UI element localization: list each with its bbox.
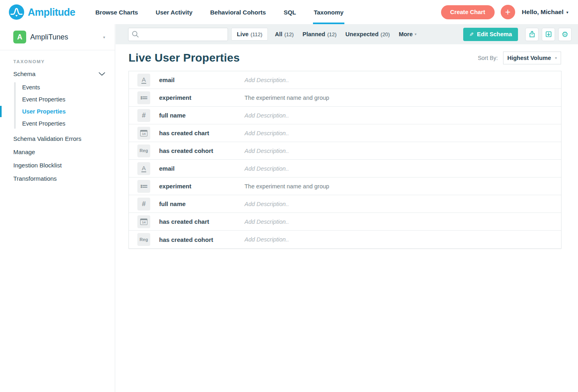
schema-sub-list: Events Event Properties User Properties …: [0, 80, 115, 132]
table-row[interactable]: ≔experimentThe experiment name and group: [129, 89, 561, 107]
edit-schema-button[interactable]: ✎ Edit Schema: [463, 28, 518, 41]
title-row: Live User Properties Sort By: Highest Vo…: [116, 52, 578, 64]
top-header: Amplitude Browse Charts User Activity Be…: [0, 0, 578, 24]
property-description[interactable]: Add Description..: [244, 201, 289, 207]
tab-more[interactable]: More ▾: [394, 28, 421, 40]
nav-taxonomy[interactable]: Taxonomy: [314, 0, 344, 24]
tab-label: Live: [237, 31, 249, 37]
amplitude-logo-icon: [9, 4, 24, 20]
chevron-down-icon: ▾: [103, 35, 105, 39]
nav-browse-charts[interactable]: Browse Charts: [95, 0, 138, 24]
sidebar-item-ingestion-blocklist[interactable]: Ingestion Blocklist: [0, 159, 115, 172]
sidebar-item-schema-validation-errors[interactable]: Schema Validation Errors: [0, 132, 115, 145]
page-title: Live User Properties: [128, 52, 478, 64]
tab-label: Planned: [302, 31, 325, 37]
status-tabs: Live (112) All (12) Planned (12) Unexpec…: [231, 28, 421, 41]
table-row[interactable]: #full nameAdd Description..: [129, 107, 561, 124]
property-name: experiment: [159, 94, 244, 101]
search-icon: [132, 31, 139, 38]
property-name: has created cohort: [159, 147, 244, 154]
property-description[interactable]: Add Description..: [244, 112, 289, 119]
property-description[interactable]: Add Description..: [244, 165, 289, 172]
table-row[interactable]: AemailAdd Description..: [129, 71, 561, 89]
property-description[interactable]: The experiment name and group: [244, 183, 329, 190]
table-row[interactable]: Reghas created cohortAdd Description..: [129, 231, 561, 248]
export-button[interactable]: [525, 28, 539, 41]
download-icon: [545, 30, 553, 38]
property-name: has created chart: [159, 130, 244, 136]
nav-user-activity[interactable]: User Activity: [156, 0, 193, 24]
list-type-icon: ≔: [137, 91, 150, 104]
tab-planned[interactable]: Planned (12): [298, 28, 341, 40]
tab-count: (12): [284, 31, 294, 37]
share-export-icon: [528, 30, 536, 38]
tab-live[interactable]: Live (112): [231, 28, 268, 41]
sidebar-item-user-properties[interactable]: User Properties: [0, 105, 115, 118]
property-name: email: [159, 165, 244, 172]
sort-value: Highest Volume: [507, 55, 551, 61]
pencil-icon: ✎: [469, 31, 474, 37]
property-description[interactable]: Add Description..: [244, 130, 289, 136]
date-type-icon: 14: [137, 127, 150, 140]
nav-behavioral-cohorts[interactable]: Behavioral Cohorts: [210, 0, 266, 24]
table-row[interactable]: #full nameAdd Description..: [129, 195, 561, 213]
plus-button[interactable]: +: [501, 5, 515, 19]
amplitude-logo[interactable]: Amplitude: [9, 4, 75, 20]
property-description[interactable]: Add Description..: [244, 148, 289, 154]
property-name: email: [159, 76, 244, 83]
tab-count: (20): [381, 31, 390, 37]
workspace-switcher[interactable]: A AmpliTunes ▾: [0, 24, 115, 50]
sort-dropdown[interactable]: Highest Volume ▾: [503, 52, 561, 64]
chevron-down-icon: [99, 72, 105, 76]
main-content: Live (112) All (12) Planned (12) Unexpec…: [116, 24, 578, 392]
chevron-down-icon: ▾: [555, 56, 557, 60]
sidebar-item-schema[interactable]: Schema: [0, 67, 115, 80]
string-type-icon: A: [137, 162, 150, 175]
chevron-down-icon: ▾: [566, 10, 568, 14]
chevron-down-icon: ▾: [415, 32, 417, 36]
sidebar-item-events[interactable]: Events: [0, 81, 115, 93]
reg-type-icon: Reg: [137, 144, 150, 157]
properties-table: AemailAdd Description..≔experimentThe ex…: [128, 71, 561, 249]
table-row[interactable]: ≔experimentThe experiment name and group: [129, 177, 561, 195]
number-type-icon: #: [137, 198, 150, 210]
table-row[interactable]: 14has created chartAdd Description..: [129, 213, 561, 231]
tab-unexpected[interactable]: Unexpected (20): [341, 28, 394, 40]
tab-all[interactable]: All (12): [270, 28, 298, 40]
number-type-icon: #: [137, 109, 150, 122]
property-description[interactable]: Add Description..: [244, 236, 289, 243]
gear-icon: ⚙: [561, 31, 568, 38]
search-box: [128, 28, 228, 41]
tab-count: (12): [327, 31, 336, 37]
edit-schema-label: Edit Schema: [477, 31, 512, 37]
workspace-name: AmpliTunes: [30, 33, 103, 41]
sidebar-section-label: TAXONOMY: [13, 59, 115, 64]
sidebar-item-event-properties-2[interactable]: Event Properties: [0, 118, 115, 130]
taxonomy-toolbar: Live (112) All (12) Planned (12) Unexpec…: [116, 24, 578, 44]
user-greeting: Hello, Michael: [522, 8, 563, 16]
search-input[interactable]: [128, 28, 228, 41]
list-type-icon: ≔: [137, 180, 150, 193]
sidebar-item-transformations[interactable]: Transformations: [0, 172, 115, 185]
create-chart-button[interactable]: Create Chart: [441, 5, 495, 19]
reg-type-icon: Reg: [137, 233, 150, 246]
sidebar-item-event-properties[interactable]: Event Properties: [0, 93, 115, 105]
property-name: full name: [159, 200, 244, 207]
sort-by-label: Sort By:: [478, 55, 498, 61]
property-description[interactable]: The experiment name and group: [244, 95, 329, 101]
date-type-icon: 14: [137, 215, 150, 228]
user-menu[interactable]: Hello, Michael ▾: [522, 8, 568, 16]
property-name: full name: [159, 112, 244, 119]
property-description[interactable]: Add Description..: [244, 219, 289, 225]
table-row[interactable]: Reghas created cohortAdd Description..: [129, 142, 561, 160]
sidebar-item-manage[interactable]: Manage: [0, 145, 115, 159]
primary-nav: Browse Charts User Activity Behavioral C…: [95, 0, 361, 24]
tab-label: Unexpected: [346, 31, 379, 37]
table-row[interactable]: 14has created chartAdd Description..: [129, 124, 561, 142]
nav-sql[interactable]: SQL: [284, 0, 296, 24]
property-description[interactable]: Add Description..: [244, 77, 289, 83]
tab-label: More: [399, 31, 413, 37]
download-button[interactable]: [542, 28, 555, 41]
table-row[interactable]: AemailAdd Description..: [129, 160, 561, 177]
settings-button[interactable]: ⚙: [558, 28, 572, 41]
